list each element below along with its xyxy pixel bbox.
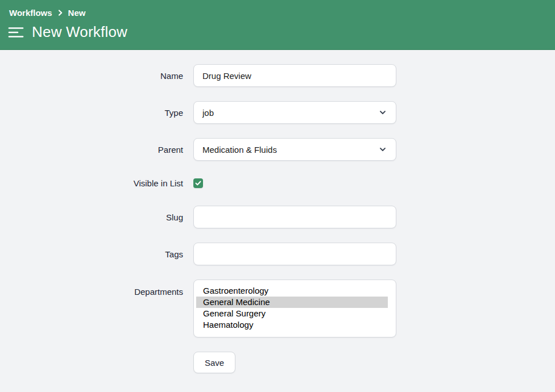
breadcrumb-workflows[interactable]: Workflows (9, 8, 52, 18)
menu-icon[interactable] (8, 26, 24, 39)
page-title: New Workflow (32, 23, 127, 41)
visible-in-list-label: Visible in List (0, 178, 183, 188)
departments-option[interactable]: General Surgery (196, 308, 388, 319)
breadcrumb: Workflows New (9, 7, 546, 18)
departments-label: Departments (0, 280, 183, 297)
departments-option[interactable]: Gastroenterology (196, 285, 388, 297)
parent-row: Parent Medication & Fluids (0, 138, 555, 161)
slug-label: Slug (0, 212, 183, 222)
visible-in-list-checkbox[interactable] (193, 178, 203, 188)
tags-row: Tags (0, 243, 555, 265)
check-icon (195, 181, 201, 186)
chevron-down-icon (378, 145, 387, 154)
type-row: Type job (0, 101, 555, 124)
departments-row: Departments Gastroenterology General Med… (0, 280, 555, 337)
new-workflow-form: Name Type job Parent Medication & Fluids (0, 50, 555, 373)
slug-input[interactable] (193, 206, 396, 228)
chevron-right-icon (57, 9, 63, 16)
name-row: Name (0, 64, 555, 87)
type-label: Type (0, 108, 183, 118)
departments-option[interactable]: Haematology (196, 319, 388, 331)
type-select[interactable]: job (193, 101, 396, 124)
name-label: Name (0, 71, 183, 81)
type-select-value: job (202, 108, 214, 118)
name-input[interactable] (193, 64, 396, 87)
slug-row: Slug (0, 206, 555, 228)
breadcrumb-new: New (68, 8, 86, 18)
departments-option[interactable]: General Medicine (196, 297, 388, 308)
visible-in-list-row: Visible in List (0, 175, 555, 191)
departments-listbox[interactable]: Gastroenterology General Medicine Genera… (193, 280, 396, 337)
tags-input[interactable] (193, 243, 396, 265)
parent-select-value: Medication & Fluids (202, 145, 277, 155)
parent-select[interactable]: Medication & Fluids (193, 138, 396, 161)
save-row: Save (193, 352, 555, 373)
tags-label: Tags (0, 249, 183, 259)
chevron-down-icon (378, 108, 387, 117)
parent-label: Parent (0, 145, 183, 155)
page-header: Workflows New New Workflow (0, 0, 555, 50)
save-button[interactable]: Save (193, 352, 235, 373)
title-row: New Workflow (9, 23, 546, 41)
